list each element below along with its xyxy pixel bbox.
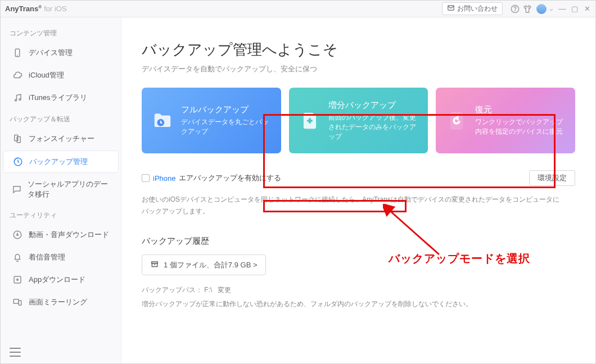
- contact-button[interactable]: お問い合わせ: [442, 2, 503, 15]
- card-sub: デバイスデータを丸ごとバックアップ: [181, 117, 271, 136]
- mail-icon: [447, 4, 455, 13]
- folder-clock-icon: [152, 109, 173, 133]
- file-plus-icon: [299, 109, 320, 133]
- sidebar-section-backup: バックアップ＆転送: [1, 109, 121, 128]
- avatar[interactable]: [536, 4, 547, 14]
- sidebar-item-icloud[interactable]: iCloud管理: [3, 65, 119, 86]
- cloud-icon: [12, 70, 23, 81]
- svg-rect-13: [19, 301, 21, 305]
- sidebar-item-label: 着信音管理: [29, 252, 65, 262]
- sidebar-item-device[interactable]: デバイス管理: [3, 42, 119, 63]
- sidebar: コンテンツ管理 デバイス管理 iCloud管理 iTunesライブラリ バックア…: [1, 17, 121, 363]
- backup-history-button[interactable]: 1 個ファイル、合計7.9 GB >: [142, 254, 266, 275]
- backup-history-title: バックアップ履歴: [142, 236, 575, 247]
- air-backup-device: iPhone: [153, 174, 175, 183]
- backup-history-text: 1 個ファイル、合計7.9 GB >: [164, 260, 258, 270]
- backup-mode-cards: フルバックアップ デバイスデータを丸ごとバックアップ 増分バックアップ 前回のバ…: [142, 88, 575, 153]
- backup-path-row: バックアップパス： F:\ 変更: [142, 285, 575, 295]
- archive-icon: [150, 260, 159, 270]
- backup-path-label: バックアップパス： F:\: [142, 286, 212, 294]
- switch-icon: [12, 133, 23, 144]
- air-backup-desc: お使いのiOSデバイスとコンピュータを同じネットワークに接続したら、AnyTra…: [142, 194, 575, 217]
- mirror-icon: [12, 297, 23, 308]
- download-icon: [12, 229, 23, 240]
- sidebar-menu-toggle[interactable]: [1, 341, 121, 363]
- minimize-button[interactable]: —: [558, 5, 566, 13]
- help-icon[interactable]: [511, 4, 520, 13]
- chat-icon: [12, 184, 22, 195]
- app-brand: AnyTrans®: [5, 4, 42, 13]
- sidebar-item-social[interactable]: ソーシャルアプリのデータ移行: [3, 174, 119, 204]
- card-incremental-backup[interactable]: 増分バックアップ 前回のバックアップ後、変更されたデータのみをバックアップ: [289, 88, 428, 153]
- sidebar-item-label: 画面ミラーリング: [29, 297, 87, 307]
- sidebar-item-app-dl[interactable]: Appダウンロード: [3, 269, 119, 290]
- maximize-button[interactable]: ▢: [571, 5, 579, 13]
- sidebar-item-label: フォンスイッチャー: [29, 134, 94, 144]
- backup-path-change-link[interactable]: 変更: [218, 286, 231, 294]
- app-icon: [12, 274, 23, 285]
- restore-icon: [446, 109, 467, 133]
- sidebar-section-utility: ユーティリティ: [1, 205, 121, 224]
- env-settings-button[interactable]: 環境設定: [529, 170, 575, 186]
- close-button[interactable]: ✕: [583, 5, 591, 13]
- page-title: バックアップ管理へようこそ: [142, 40, 575, 60]
- sidebar-section-content: コンテンツ管理: [1, 23, 121, 42]
- bell-icon: [12, 252, 23, 263]
- air-backup-row: iPhone エアバックアップを有効にする 環境設定: [142, 170, 575, 186]
- titlebar: AnyTrans® for iOS お問い合わせ ⌄ — ▢ ✕: [1, 1, 595, 17]
- air-backup-checkbox[interactable]: [142, 174, 150, 182]
- air-backup-label: エアバックアップを有効にする: [179, 173, 281, 183]
- sidebar-item-media-dl[interactable]: 動画・音声ダウンロード: [3, 224, 119, 245]
- sidebar-item-mirror[interactable]: 画面ミラーリング: [3, 292, 119, 313]
- music-icon: [12, 92, 23, 103]
- card-title: フルバックアップ: [181, 104, 271, 115]
- sidebar-item-label: Appダウンロード: [29, 275, 85, 285]
- sidebar-item-label: バックアップ管理: [29, 157, 88, 167]
- annotation-text: バックアップモードを選択: [389, 251, 530, 266]
- app-subtitle: for iOS: [44, 4, 66, 13]
- sidebar-item-label: 動画・音声ダウンロード: [29, 230, 109, 240]
- card-sub: 前回のバックアップ後、変更されたデータのみをバックアップ: [328, 113, 418, 141]
- card-sub: ワンクリックでバックアップ内容を指定のデバイスに復元: [475, 117, 565, 136]
- card-title: 増分バックアップ: [328, 100, 418, 111]
- device-icon: [12, 47, 23, 58]
- svg-rect-12: [13, 299, 19, 304]
- backup-icon: [12, 156, 24, 167]
- page-subtitle: デバイスデータを自動でバックアップし、安全に保つ: [142, 64, 575, 74]
- sidebar-item-label: ソーシャルアプリのデータ移行: [28, 179, 110, 199]
- app-window: AnyTrans® for iOS お問い合わせ ⌄ — ▢ ✕ コンテンツ管理…: [0, 0, 596, 364]
- svg-rect-15: [451, 112, 462, 129]
- sidebar-item-label: iTunesライブラリ: [29, 93, 87, 103]
- backup-path-note: 増分バックアップが正常に動作しない恐れがあるため、フォルダ内のバックアップを削除…: [142, 299, 575, 309]
- sidebar-item-phone-switcher[interactable]: フォンスイッチャー: [3, 128, 119, 149]
- contact-label: お問い合わせ: [457, 4, 498, 13]
- sidebar-item-label: デバイス管理: [29, 48, 73, 58]
- card-restore[interactable]: 復元 ワンクリックでバックアップ内容を指定のデバイスに復元: [436, 88, 575, 153]
- sidebar-item-ringtone[interactable]: 着信音管理: [3, 247, 119, 268]
- main-content: バックアップ管理へようこそ デバイスデータを自動でバックアップし、安全に保つ フ…: [121, 17, 595, 363]
- sidebar-item-backup-mgmt[interactable]: バックアップ管理: [3, 151, 119, 173]
- sidebar-item-label: iCloud管理: [29, 70, 64, 80]
- chevron-down-icon[interactable]: ⌄: [549, 5, 554, 12]
- hamburger-icon: [10, 348, 21, 357]
- shirt-icon[interactable]: [523, 4, 532, 13]
- svg-point-2: [515, 11, 516, 11]
- sidebar-item-itunes[interactable]: iTunesライブラリ: [3, 87, 119, 108]
- card-full-backup[interactable]: フルバックアップ デバイスデータを丸ごとバックアップ: [142, 88, 281, 153]
- card-title: 復元: [475, 104, 565, 115]
